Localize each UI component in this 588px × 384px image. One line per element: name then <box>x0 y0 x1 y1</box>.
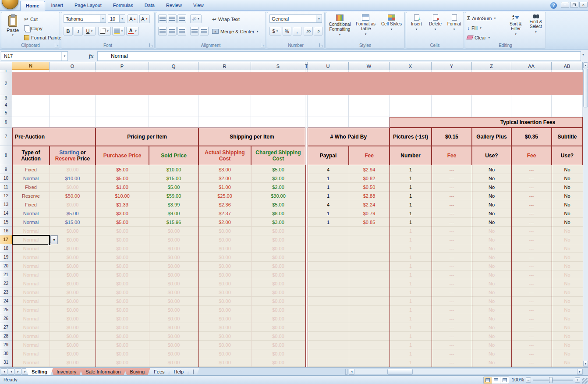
cell-S16[interactable]: $0.00 <box>251 227 305 235</box>
cell-O30[interactable]: $0.00 <box>50 349 96 358</box>
cell-Z9[interactable]: No <box>472 165 511 174</box>
cell-Y28[interactable]: --- <box>432 332 472 341</box>
cell-Q17[interactable]: $0.00 <box>149 235 198 244</box>
formula-bar-expand-button[interactable]: ▼ <box>582 53 584 56</box>
column-header-R[interactable]: R <box>198 62 251 70</box>
cell-N26[interactable]: Normal <box>12 314 50 323</box>
cell-Q22[interactable]: $0.00 <box>149 279 198 288</box>
cell-Y11[interactable]: --- <box>432 183 472 192</box>
header-O[interactable]: Starting or Reserve Price <box>50 146 96 165</box>
cell-P16[interactable]: $0.00 <box>96 227 149 235</box>
cell-AB9[interactable]: No <box>552 165 583 174</box>
row-header-4[interactable]: 4 <box>0 101 12 109</box>
cell-AB27[interactable]: No <box>552 323 583 332</box>
cell-AA10[interactable]: --- <box>511 174 552 183</box>
cell-X27[interactable]: 1 <box>390 323 432 332</box>
cell-S17[interactable]: $0.00 <box>251 235 305 244</box>
cell-AB18[interactable]: No <box>552 244 583 253</box>
cell-N25[interactable]: Normal <box>12 306 50 314</box>
number-format-select[interactable]: General▼ <box>269 14 322 23</box>
cell-P19[interactable]: $0.00 <box>96 253 149 262</box>
cell-X18[interactable]: 1 <box>390 244 432 253</box>
cell-Z11[interactable]: No <box>472 183 511 192</box>
decrease-indent-button[interactable] <box>190 27 199 36</box>
header-group-shipping-per-item[interactable]: Shipping per Item <box>198 128 305 146</box>
cell-S20[interactable]: $0.00 <box>251 262 305 270</box>
row-header-7[interactable]: 7 <box>0 128 12 146</box>
percent-style-button[interactable]: % <box>283 27 291 36</box>
cell-Q9[interactable]: $10.00 <box>149 165 198 174</box>
alignment-dialog-launcher-icon[interactable]: ↘ <box>261 43 265 47</box>
header-R[interactable]: Actual Shipping Cost <box>198 146 251 165</box>
row-header-30[interactable]: 30 <box>0 349 12 358</box>
conditional-formatting-button[interactable]: Conditional Formatting▼ <box>327 13 352 37</box>
cell-AB26[interactable]: No <box>552 314 583 323</box>
cell-S21[interactable]: $0.00 <box>251 270 305 279</box>
cell-R11[interactable]: $1.00 <box>198 183 251 192</box>
fill-button[interactable]: ↓Fill▼ <box>467 24 482 32</box>
column-header-N[interactable]: N <box>12 62 50 70</box>
cell-AB24[interactable]: No <box>552 297 583 306</box>
cell-AB28[interactable]: No <box>552 332 583 341</box>
cell-P9[interactable]: $5.00 <box>96 165 149 174</box>
cell-AA12[interactable]: --- <box>511 192 552 200</box>
cell-R22[interactable]: $0.00 <box>198 279 251 288</box>
cell-AA23[interactable]: --- <box>511 288 552 297</box>
cell-N10[interactable]: Normal <box>12 174 50 183</box>
underline-button[interactable]: U▼ <box>84 27 96 36</box>
cell-styles-button[interactable]: Cell Styles▼ <box>379 13 404 32</box>
cell-AA9[interactable]: --- <box>511 165 552 174</box>
cell-AA24[interactable]: --- <box>511 297 552 306</box>
tab-split-handle[interactable] <box>345 369 347 375</box>
cell-Q23[interactable]: $0.00 <box>149 288 198 297</box>
bottom-align-button[interactable] <box>177 14 186 23</box>
cell-R19[interactable]: $0.00 <box>198 253 251 262</box>
cell-AA29[interactable]: --- <box>511 341 552 349</box>
cell-X9[interactable]: 1 <box>390 165 432 174</box>
cell-S30[interactable]: $0.00 <box>251 349 305 358</box>
cell-Y9[interactable]: --- <box>432 165 472 174</box>
header-group-who-paid-by[interactable]: # Who Paid By <box>308 128 390 146</box>
cell-S31[interactable]: $0.00 <box>251 358 305 367</box>
column-header-P[interactable]: P <box>96 62 149 70</box>
wrap-text-button[interactable]: ↩Wrap Text <box>212 15 240 23</box>
cell-Y25[interactable]: --- <box>432 306 472 314</box>
cell-P29[interactable]: $0.00 <box>96 341 149 349</box>
cell-Q26[interactable]: $0.00 <box>149 314 198 323</box>
header-X[interactable]: Number <box>390 146 432 165</box>
cell-S24[interactable]: $0.00 <box>251 297 305 306</box>
column-header-O[interactable]: O <box>50 62 96 70</box>
cell-Z21[interactable]: No <box>472 270 511 279</box>
cell-X29[interactable]: 1 <box>390 341 432 349</box>
cell-AA28[interactable]: --- <box>511 332 552 341</box>
cell-Y12[interactable]: --- <box>432 192 472 200</box>
font-dialog-launcher-icon[interactable]: ↘ <box>149 43 153 47</box>
help-button[interactable]: ? <box>550 2 557 9</box>
cell-N13[interactable]: Fixed <box>12 200 50 209</box>
cell-AA19[interactable]: --- <box>511 253 552 262</box>
cell-AA30[interactable]: --- <box>511 349 552 358</box>
ribbon-tab-view[interactable]: View <box>188 1 209 11</box>
cell-Z22[interactable]: No <box>472 279 511 288</box>
cell-Y26[interactable]: --- <box>432 314 472 323</box>
cell-S13[interactable]: $5.00 <box>251 200 305 209</box>
column-header-AB[interactable]: AB <box>552 62 583 70</box>
ribbon-tab-page-layout[interactable]: Page Layout <box>69 1 107 11</box>
cell-R12[interactable]: $25.00 <box>198 192 251 200</box>
cell-P21[interactable]: $0.00 <box>96 270 149 279</box>
cell-P22[interactable]: $0.00 <box>96 279 149 288</box>
cell-Y22[interactable]: --- <box>432 279 472 288</box>
middle-align-button[interactable] <box>168 14 177 23</box>
header-Y[interactable]: Fee <box>432 146 472 165</box>
cell-X12[interactable]: 1 <box>390 192 432 200</box>
fill-color-button[interactable]: ▼ <box>112 27 125 36</box>
cell-AB10[interactable]: No <box>552 174 583 183</box>
cell-AB19[interactable]: No <box>552 253 583 262</box>
align-left-button[interactable] <box>158 27 167 36</box>
sheet-tab-help[interactable]: Help <box>168 368 190 375</box>
insert-function-button[interactable]: fx <box>86 51 96 61</box>
cell-X30[interactable]: 1 <box>390 349 432 358</box>
cell-S14[interactable]: $8.00 <box>251 209 305 218</box>
cell-P18[interactable]: $0.00 <box>96 244 149 253</box>
cell-Y23[interactable]: --- <box>432 288 472 297</box>
